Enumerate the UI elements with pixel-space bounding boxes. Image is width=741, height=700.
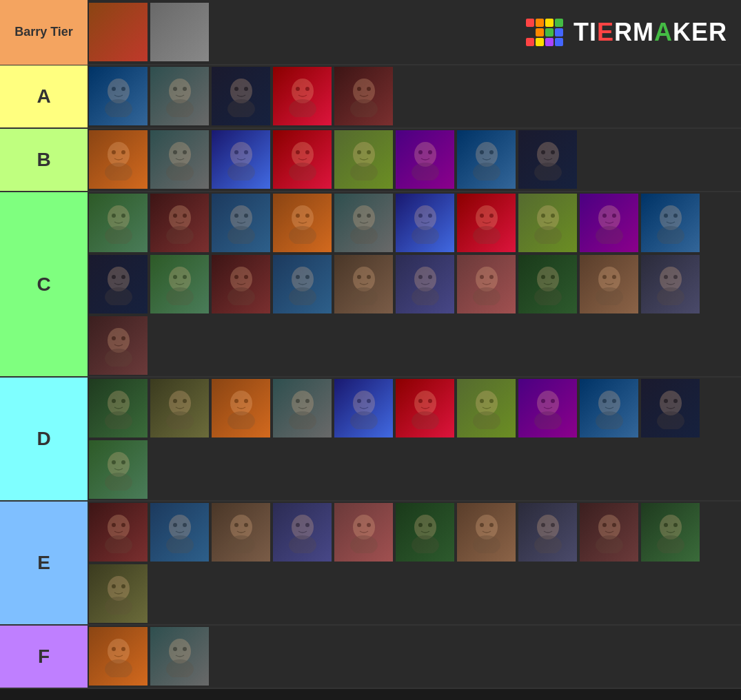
tier-row-d: D: [0, 378, 741, 502]
tier-b-content: [88, 129, 741, 191]
logo-cell: [536, 19, 544, 27]
svg-point-106: [296, 275, 300, 279]
char-face: [89, 564, 148, 623]
logo-cell: [526, 28, 534, 37]
svg-point-153: [350, 411, 378, 429]
barry-char-1: [89, 3, 148, 61]
svg-point-223: [121, 584, 125, 588]
list-item: [396, 130, 454, 189]
svg-point-10: [234, 87, 238, 91]
svg-point-65: [289, 226, 316, 244]
svg-point-210: [541, 523, 545, 527]
svg-point-63: [244, 214, 248, 218]
svg-point-171: [612, 399, 616, 403]
char-face: [641, 194, 700, 252]
char-face: [518, 194, 577, 252]
char-face: [150, 67, 209, 125]
svg-point-29: [227, 163, 255, 181]
char-face: [396, 503, 454, 562]
list-item: [641, 379, 700, 438]
list-item: [334, 379, 393, 438]
svg-point-90: [664, 214, 668, 218]
svg-point-193: [289, 535, 316, 553]
list-item: [273, 67, 332, 125]
char-face: [334, 194, 393, 252]
char-face: [89, 130, 148, 189]
list-item: [518, 503, 577, 562]
list-item: [273, 503, 332, 562]
char-face: [273, 503, 332, 562]
svg-point-75: [428, 214, 432, 218]
list-item: [457, 130, 516, 189]
list-item: [150, 67, 209, 125]
svg-point-215: [612, 523, 616, 527]
svg-point-133: [105, 349, 132, 367]
svg-point-130: [664, 275, 668, 279]
char-face: [396, 255, 454, 313]
svg-point-77: [473, 226, 500, 244]
char-face: [150, 627, 209, 686]
char-face: [334, 130, 393, 189]
svg-point-217: [657, 535, 684, 553]
char-face: [273, 379, 332, 438]
char-face: [580, 255, 638, 313]
char-face: [273, 67, 332, 125]
svg-point-137: [105, 411, 132, 429]
svg-point-3: [121, 87, 125, 91]
svg-point-230: [173, 647, 177, 651]
svg-point-67: [305, 214, 309, 218]
svg-point-30: [234, 150, 238, 154]
svg-point-207: [489, 523, 494, 527]
svg-point-221: [105, 597, 132, 615]
char-face: [273, 194, 332, 252]
svg-point-51: [551, 150, 555, 154]
char-face: [457, 255, 516, 313]
char-face: [334, 67, 393, 125]
logo-ker-part: ker: [673, 18, 727, 46]
svg-point-142: [173, 399, 177, 403]
svg-point-86: [602, 214, 607, 218]
svg-point-206: [480, 523, 484, 527]
char-face: [89, 503, 148, 562]
svg-point-122: [541, 275, 545, 279]
logo-er-part: e: [597, 18, 614, 46]
svg-point-175: [673, 399, 678, 403]
logo-cell: [536, 28, 544, 37]
svg-point-31: [244, 150, 248, 154]
svg-point-195: [305, 523, 309, 527]
char-face: [457, 503, 516, 562]
barry-char-face-2: [150, 3, 209, 61]
list-item: [457, 194, 516, 252]
svg-point-113: [412, 287, 439, 305]
list-item: [457, 255, 516, 313]
char-face: [334, 503, 393, 562]
list-item: [641, 503, 700, 562]
char-face: [457, 194, 516, 252]
svg-point-27: [183, 150, 187, 154]
list-item: [212, 67, 270, 125]
svg-point-43: [428, 150, 432, 154]
svg-point-7: [183, 87, 187, 91]
logo-grid: [526, 19, 563, 46]
tier-row-a: A: [0, 65, 741, 129]
list-item: [150, 503, 209, 562]
svg-point-15: [305, 87, 309, 91]
list-item: [396, 503, 454, 562]
svg-point-110: [357, 275, 361, 279]
svg-point-226: [112, 647, 116, 651]
char-face: [212, 379, 270, 438]
logo-tier-part: Ti: [573, 18, 597, 46]
svg-point-21: [105, 163, 132, 181]
char-face: [457, 130, 516, 189]
svg-point-37: [350, 163, 378, 181]
barry-tier-label: Barry Tier: [0, 0, 88, 65]
svg-point-55: [121, 214, 125, 218]
svg-point-87: [612, 214, 616, 218]
tier-c-text: C: [37, 274, 50, 296]
tier-f-content: [88, 626, 741, 688]
svg-point-178: [112, 460, 116, 464]
svg-point-26: [173, 150, 177, 154]
tier-label-f: F: [0, 626, 88, 688]
tier-label-c: C: [0, 192, 88, 376]
header-row: Barry Tier: [0, 0, 741, 65]
